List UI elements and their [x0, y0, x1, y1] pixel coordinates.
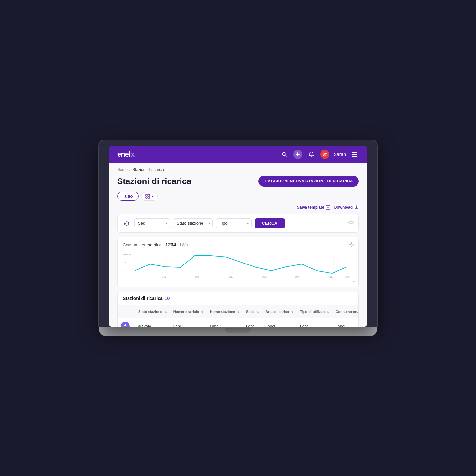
page-title: Stazioni di ricarica	[117, 176, 191, 186]
row-1-consumo: Label	[332, 318, 359, 327]
username-label: Sarah	[334, 152, 346, 157]
chart-value: 1234	[165, 242, 176, 247]
th-avatar	[118, 305, 135, 318]
filter-tabs: Tutto ▾	[117, 192, 359, 201]
salva-template-button[interactable]: Salva template	[297, 205, 330, 210]
logo-x: x	[131, 150, 134, 159]
svg-text:10: 10	[125, 269, 127, 272]
breadcrumb-home[interactable]: Home	[117, 167, 128, 172]
search-icon[interactable]	[280, 150, 289, 159]
logo-text: enel	[117, 150, 130, 159]
search-settings-icon[interactable]	[348, 220, 354, 227]
search-row: Sedi Stato stazione Tipo	[117, 214, 359, 233]
row-1-nome-stazione: Label	[207, 318, 243, 327]
add-icon[interactable]	[293, 150, 302, 159]
chart-title: Consumo energetico	[123, 243, 161, 247]
table-section-title: Stazioni di ricarica	[123, 296, 163, 301]
hamburger-menu[interactable]	[350, 151, 359, 158]
chart-area: kWh 30 20 10 Ora Ora Ora Ora Ora	[123, 251, 353, 283]
table-header-row: Stazioni di ricarica 10	[118, 292, 358, 305]
chart-unit: kWh	[180, 243, 188, 247]
stations-table: Stato stazione ⇅ Numero seriale ⇅ Nome s…	[118, 305, 359, 327]
navbar-actions: SC Sarah	[280, 150, 359, 159]
svg-rect-6	[148, 194, 150, 196]
th-numero-seriale[interactable]: Numero seriale ⇅	[170, 305, 207, 318]
breadcrumb: Home / Stazioni di ricarica	[117, 167, 359, 172]
svg-point-10	[350, 222, 352, 223]
svg-point-4	[311, 156, 312, 157]
table-section: Stazioni di ricarica 10 Stato stazione ⇅	[117, 292, 359, 327]
svg-text:Ora: Ora	[195, 275, 199, 278]
stato-stazione-select[interactable]: Stato stazione	[173, 218, 213, 228]
chart-header: Consumo energetico 1234 kWh	[123, 242, 353, 247]
breadcrumb-current: Stazioni di ricarica	[132, 167, 164, 172]
chart-collapse-button[interactable]	[351, 279, 357, 285]
tipo-select[interactable]: Tipo	[216, 218, 252, 228]
chart-section: Consumo energetico 1234 kWh	[117, 237, 359, 287]
notification-icon[interactable]	[307, 150, 316, 159]
th-tipo-utilizzo[interactable]: Tipo di utilizzo ⇅	[297, 305, 332, 318]
table-row: Stato Label Label Label Label Label Labe…	[118, 318, 359, 327]
svg-text:kWh 30: kWh 30	[123, 253, 131, 256]
svg-rect-5	[146, 194, 147, 196]
download-button[interactable]: Download	[334, 205, 359, 210]
navbar: enel x	[109, 146, 367, 163]
row-1-numero-seriale: Label	[170, 318, 207, 327]
row-1-status-dot	[138, 325, 141, 327]
breadcrumb-separator: /	[129, 167, 130, 172]
th-stato-stazione[interactable]: Stato stazione ⇅	[135, 305, 170, 318]
row-1-avatar-cell	[118, 318, 135, 327]
svg-text:20: 20	[125, 261, 127, 264]
tab-tutto[interactable]: Tutto	[117, 192, 139, 201]
svg-text:Ora: Ora	[262, 275, 266, 278]
svg-text:Ora: Ora	[328, 275, 333, 278]
chart-settings-icon[interactable]	[349, 242, 354, 248]
tipo-filter[interactable]: Tipo	[216, 218, 252, 228]
svg-point-11	[351, 244, 352, 245]
svg-text:Ora: Ora	[345, 275, 349, 278]
th-sede[interactable]: Sede ⇅	[243, 305, 262, 318]
svg-text:Ora: Ora	[295, 275, 299, 278]
row-1-tipo-utilizzo: Label	[297, 318, 332, 327]
sedi-filter[interactable]: Sedi	[134, 218, 170, 228]
th-consumo[interactable]: Consumo en... ⇅	[332, 305, 359, 318]
columns-dropdown[interactable]: ▾	[141, 192, 158, 201]
row-1-avatar	[121, 322, 130, 327]
row-1-area: Label	[262, 318, 297, 327]
th-area-di-carico[interactable]: Area di carico ⇅	[262, 305, 297, 318]
th-nome-stazione[interactable]: Nome stazione ⇅	[207, 305, 243, 318]
svg-text:Ora: Ora	[228, 275, 233, 278]
add-station-button[interactable]: + AGGIUGNI NUOVA STAZIONE DI RICARICA	[258, 176, 359, 187]
stato-stazione-filter[interactable]: Stato stazione	[173, 218, 213, 228]
svg-text:Ora: Ora	[162, 275, 166, 278]
toolbar-row: Salva template Download	[117, 205, 359, 210]
row-1-sede: Label	[243, 318, 262, 327]
svg-rect-8	[148, 197, 150, 198]
table-count: 10	[165, 296, 170, 301]
page-header: Stazioni di ricarica + AGGIUGNI NUOVA ST…	[117, 176, 359, 187]
avatar[interactable]: SC	[320, 150, 329, 159]
svg-line-1	[285, 155, 286, 157]
cerca-button[interactable]: CERCA	[255, 218, 285, 228]
sedi-select[interactable]: Sedi	[134, 218, 170, 228]
table-columns-row: Stato stazione ⇅ Numero seriale ⇅ Nome s…	[118, 305, 359, 318]
row-1-stato: Stato	[135, 318, 170, 327]
refresh-icon[interactable]	[122, 219, 131, 228]
svg-rect-7	[146, 197, 147, 198]
app-logo: enel x	[117, 150, 134, 159]
